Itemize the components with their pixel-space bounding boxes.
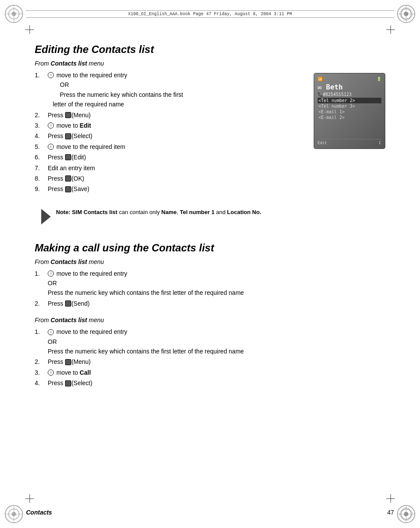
select-button-icon (65, 133, 71, 139)
phone-screen: 📶 🔋 ✉ Beth 📞#8254555123 <Tel number 2> <… (314, 73, 385, 148)
phone-footer: Edit C (318, 139, 381, 145)
note-box: Note: SIM Contacts list can contain only… (35, 204, 385, 229)
phone-number: 📞#8254555123 (318, 92, 381, 97)
header-bar: X100_OI_English_AAA.book Page 47 Friday,… (26, 10, 394, 18)
section-making-call: Making a call using the Contacts list Fr… (35, 242, 385, 388)
step-4: 4. Press (Select) (35, 131, 305, 141)
section-editing: Editing the Contacts list From Contacts … (35, 43, 385, 229)
ok-button-icon (65, 175, 71, 182)
s2b-step-2: 2. Press (Menu) (35, 357, 385, 366)
crosshair-tl (25, 25, 34, 34)
corner-decoration-bl (3, 504, 24, 525)
nav-icon: ↕ (48, 72, 55, 79)
scroll-icon: ↕ (48, 72, 54, 78)
section1-steps: 1. ↕ move to the required entry OR Press… (35, 70, 305, 194)
menu-button-icon (65, 112, 71, 118)
section2-sub2-steps: 1. ↕ move to the required entry OR Press… (35, 327, 385, 388)
section1-intro: From Contacts list menu (35, 60, 305, 67)
send-button-icon (65, 300, 71, 307)
corner-decoration-br (396, 504, 417, 525)
phone-contact-name: ✉ Beth (318, 83, 381, 91)
section2-sub2-intro: From Contacts list menu (35, 317, 385, 323)
s2b-step-4: 4. Press (Select) (35, 378, 385, 388)
step-5: 5. ↕ move to the required item (35, 142, 305, 152)
phone-header: 📶 🔋 (318, 77, 381, 81)
corner-decoration-tl (3, 3, 24, 24)
crosshair-br (386, 494, 395, 503)
section1-layout: From Contacts list menu 1. ↕ move to the… (35, 60, 385, 195)
s2-step-2: 2. Press (Send) (35, 299, 385, 308)
footer: Contacts 47 (26, 509, 394, 516)
step-3: 3. ↕ move to Edit (35, 121, 305, 130)
header-text: X100_OI_English_AAA.book Page 47 Friday,… (128, 12, 292, 16)
section1-left: From Contacts list menu 1. ↕ move to the… (35, 60, 305, 195)
step-7: 7. Edit an entry item (35, 163, 305, 173)
phone-menu-email1: <E-mail 1> (318, 109, 381, 115)
corner-decoration-tr (396, 3, 417, 24)
step-9: 9. Press (Save) (35, 184, 305, 194)
section1-title: Editing the Contacts list (35, 43, 385, 56)
phone-menu-tel3: <Tel number 3> (318, 103, 381, 109)
menu-button-icon-2 (65, 359, 71, 365)
phone-menu-tel2: <Tel number 2> (318, 98, 381, 103)
step-6: 6. Press (Edit) (35, 152, 305, 162)
phone-screenshot: 📶 🔋 ✉ Beth 📞#8254555123 <Tel number 2> <… (314, 73, 385, 149)
s2-step-1: 1. ↕ move to the required entry OR Press… (35, 269, 385, 298)
s2b-step-1: 1. ↕ move to the required entry OR Press… (35, 327, 385, 356)
main-content: Editing the Contacts list From Contacts … (35, 26, 385, 502)
nav-icon-s2-1: ↕ (48, 271, 54, 277)
section2-sub1-steps: 1. ↕ move to the required entry OR Press… (35, 269, 385, 309)
crosshair-bl (25, 494, 34, 503)
step-2: 2. Press (Menu) (35, 110, 305, 120)
step-1: 1. ↕ move to the required entry OR Press… (35, 70, 305, 109)
edit-button-icon (65, 154, 71, 160)
s2b-step-3: 3. ↕ move to Call (35, 368, 385, 377)
step-8: 8. Press (OK) (35, 174, 305, 183)
note-text: Note: SIM Contacts list can contain only… (56, 208, 261, 217)
note-arrow-icon (41, 209, 51, 224)
footer-section: Contacts (26, 509, 52, 516)
section2-title: Making a call using the Contacts list (35, 242, 385, 254)
phone-menu-email2: <E-mail 2> (318, 115, 381, 120)
nav-icon-s2b-3: ↕ (48, 370, 54, 376)
crosshair-tr (386, 25, 395, 34)
section2-sub1-intro: From Contacts list menu (35, 258, 385, 265)
select-button-icon-2 (65, 380, 71, 386)
save-button-icon (65, 186, 71, 192)
footer-page: 47 (387, 509, 394, 516)
nav-icon-5: ↕ (48, 144, 54, 150)
nav-icon-3: ↕ (48, 122, 54, 129)
nav-icon-s2b-1: ↕ (48, 329, 54, 335)
